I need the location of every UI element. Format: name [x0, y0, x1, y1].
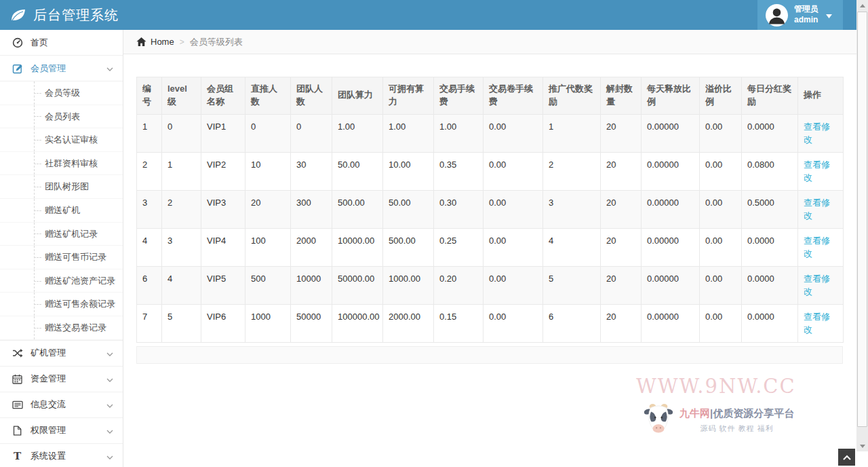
cell-trade-fee: 0.15: [434, 304, 484, 342]
chevron-down-icon: [106, 374, 113, 384]
sidebar: 首页 会员管理 会员等级 会员列表 实名认证审核 社群资料审核 团队树形图 赠送…: [0, 30, 123, 467]
sidebar-subitem-label: 团队树形图: [45, 181, 89, 191]
table-row: 3 2 VIP3 20 300 500.00 50.00 0.30 0.00 3…: [137, 190, 844, 228]
sidebar-item-label: 会员管理: [31, 62, 66, 75]
user-name: admin: [794, 15, 818, 26]
cell-actions: 查看修改: [798, 152, 844, 190]
sidebar-item-system-settings[interactable]: T 系统设置: [0, 444, 123, 467]
column-header: 操作: [798, 77, 844, 115]
view-edit-link[interactable]: 查看修改: [804, 274, 830, 297]
member-level-table-wrap: 编号level级会员组名称直推人数团队人数团队算力可拥有算力交易手续费交易卷手续…: [136, 77, 843, 364]
sidebar-subitem[interactable]: 团队树形图: [0, 175, 123, 199]
cell-id: 1: [137, 114, 162, 152]
sidebar-item-funds-management[interactable]: 资金管理: [0, 367, 123, 392]
sidebar-item-label: 资金管理: [31, 373, 66, 385]
cell-coupon-fee: 0.00: [484, 266, 543, 304]
cell-daily-release-ratio: 0.00000: [642, 266, 700, 304]
sidebar-subitem[interactable]: 赠送矿机: [0, 199, 123, 223]
sidebar-subitem-label: 社群资料审核: [45, 158, 98, 168]
cell-unlock-quantity: 20: [601, 266, 642, 304]
column-header: 团队人数: [291, 77, 332, 115]
table-row: 2 1 VIP2 10 30 50.00 10.00 0.35 0.00 2 2…: [137, 152, 844, 190]
sidebar-subitem[interactable]: 赠送矿机记录: [0, 223, 123, 246]
cell-direct-referrals: 10: [245, 152, 291, 190]
sidebar-subitem[interactable]: 实名认证审核: [0, 128, 123, 152]
sidebar-item-label: 信息交流: [31, 398, 66, 411]
user-menu[interactable]: 管理员 admin: [757, 0, 843, 30]
cell-premium-ratio: 0.00: [700, 152, 742, 190]
view-edit-link[interactable]: 查看修改: [804, 198, 830, 221]
cell-unlock-quantity: 20: [601, 190, 642, 228]
member-management-submenu: 会员等级 会员列表 实名认证审核 社群资料审核 团队树形图 赠送矿机 赠送矿机记…: [0, 81, 123, 341]
shuffle-icon: [12, 348, 23, 358]
scrollbar-thumb[interactable]: [857, 12, 867, 427]
cell-daily-dividend: 0.0000: [742, 304, 798, 342]
cell-id: 2: [137, 152, 162, 190]
sidebar-item-label: 首页: [31, 37, 48, 49]
cell-coupon-fee: 0.00: [484, 190, 543, 228]
column-header: 解封数量: [601, 77, 642, 115]
sidebar-subitem[interactable]: 社群资料审核: [0, 152, 123, 176]
cell-daily-dividend: 0.0000: [742, 228, 798, 266]
cell-daily-release-ratio: 0.00000: [642, 228, 700, 266]
cell-level: 3: [162, 228, 201, 266]
cell-team-power: 500.00: [332, 190, 383, 228]
view-edit-link[interactable]: 查看修改: [804, 122, 830, 145]
cell-actions: 查看修改: [798, 266, 844, 304]
scroll-down-arrow[interactable]: [856, 441, 868, 451]
cell-id: 7: [137, 304, 162, 342]
table-footer-strip: [136, 346, 843, 364]
sidebar-subitem[interactable]: 会员列表: [0, 105, 123, 129]
sidebar-item-member-management[interactable]: 会员管理: [0, 56, 123, 81]
cell-team-count: 300: [291, 190, 332, 228]
chevron-down-icon: [106, 348, 113, 358]
sidebar-subitem[interactable]: 赠送交易卷记录: [0, 316, 123, 340]
cell-id: 4: [137, 228, 162, 266]
vertical-scrollbar[interactable]: [856, 0, 868, 451]
cell-premium-ratio: 0.00: [700, 114, 742, 152]
sidebar-item-info-exchange[interactable]: 信息交流: [0, 392, 123, 418]
cell-group-name: VIP2: [201, 152, 245, 190]
cell-trade-fee: 0.35: [434, 152, 484, 190]
chevron-down-icon: [106, 451, 113, 462]
sidebar-item-permission-management[interactable]: 权限管理: [0, 418, 123, 444]
view-edit-link[interactable]: 查看修改: [804, 160, 830, 183]
text-icon: T: [12, 451, 23, 462]
cell-ownable-power: 500.00: [383, 228, 434, 266]
table-row: 7 5 VIP6 1000 50000 100000.00 2000.00 0.…: [137, 304, 844, 342]
chevron-down-icon: [106, 63, 113, 73]
view-edit-link[interactable]: 查看修改: [804, 312, 830, 335]
sidebar-item-home[interactable]: 首页: [0, 30, 123, 56]
sidebar-subitem[interactable]: 赠送矿池资产记录: [0, 269, 123, 293]
cell-level: 2: [162, 190, 201, 228]
sidebar-subitem[interactable]: 赠送可售余额记录: [0, 293, 123, 316]
cell-trade-fee: 0.20: [434, 266, 484, 304]
cell-daily-dividend: 0.0000: [742, 114, 798, 152]
sidebar-subitem[interactable]: 赠送可售币记录: [0, 246, 123, 269]
cell-daily-release-ratio: 0.00000: [642, 304, 700, 342]
sidebar-subitem-label: 赠送矿机: [45, 205, 80, 215]
breadcrumb-home[interactable]: Home: [136, 37, 174, 47]
column-header: 交易手续费: [434, 77, 484, 115]
main-content: 编号level级会员组名称直推人数团队人数团队算力可拥有算力交易手续费交易卷手续…: [123, 54, 856, 467]
file-icon: [12, 426, 23, 436]
cell-daily-release-ratio: 0.00000: [642, 190, 700, 228]
cell-team-power: 100000.00: [332, 304, 383, 342]
scroll-up-arrow[interactable]: [856, 0, 868, 11]
cell-direct-referrals: 100: [245, 228, 291, 266]
cell-team-power: 1.00: [332, 114, 383, 152]
column-header: 编号: [137, 77, 162, 115]
cell-promo-generations: 2: [543, 152, 601, 190]
sidebar-item-label: 权限管理: [31, 424, 66, 436]
table-header-row: 编号level级会员组名称直推人数团队人数团队算力可拥有算力交易手续费交易卷手续…: [137, 77, 844, 115]
cell-direct-referrals: 0: [245, 114, 291, 152]
back-to-top-button[interactable]: [838, 449, 855, 466]
cell-actions: 查看修改: [798, 228, 844, 266]
user-role: 管理员: [794, 4, 818, 15]
table-row: 1 0 VIP1 0 0 1.00 1.00 1.00 0.00 1 20 0.…: [137, 114, 844, 152]
sidebar-subitem[interactable]: 会员等级: [0, 81, 123, 105]
view-edit-link[interactable]: 查看修改: [804, 236, 830, 259]
sidebar-item-miner-management[interactable]: 矿机管理: [0, 341, 123, 367]
user-text: 管理员 admin: [794, 4, 818, 25]
cell-unlock-quantity: 20: [601, 304, 642, 342]
